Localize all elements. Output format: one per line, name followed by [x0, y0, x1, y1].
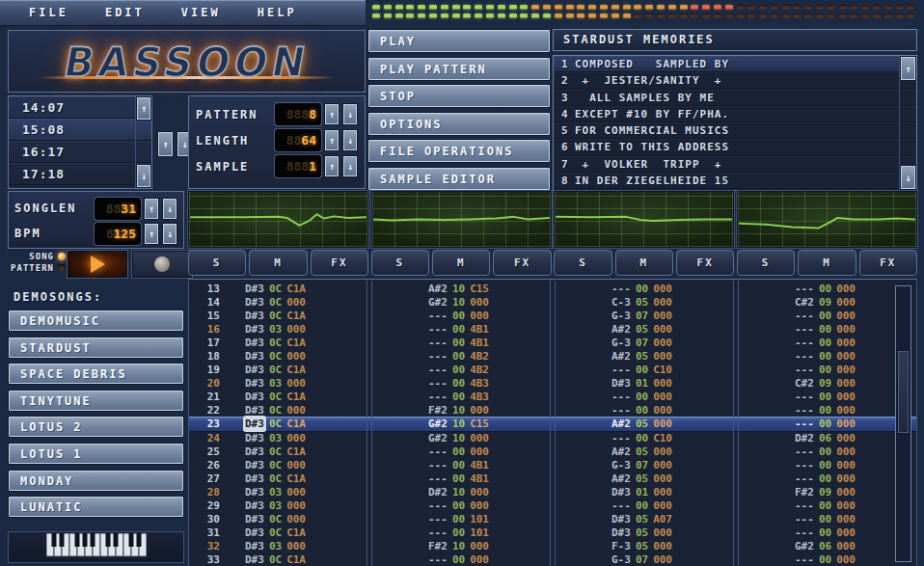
channel-3-fx-button[interactable]: FX	[676, 250, 734, 276]
pattern-row[interactable]: ---00000	[739, 391, 916, 404]
pattern-row[interactable]: ---004B1	[372, 459, 550, 472]
pattern-row[interactable]: ---00000	[739, 310, 916, 323]
channel-2-s-button[interactable]: S	[371, 250, 429, 276]
demosong-lunatic-button[interactable]: LUNATIC	[8, 496, 184, 518]
pattern-row[interactable]: 33D#30CC1A	[189, 553, 367, 566]
pattern-row[interactable]: 16D#303000	[189, 323, 367, 337]
times-scroll-up-button[interactable]: ↑	[136, 96, 151, 121]
channel-1-fx-button[interactable]: FX	[311, 250, 368, 276]
piano-keyboard[interactable]	[46, 533, 147, 562]
pattern-row[interactable]: G#210000	[372, 432, 550, 445]
pattern-row[interactable]: D#301000	[556, 486, 733, 499]
pattern-row[interactable]: 14D#30C000	[189, 296, 367, 310]
pattern-row[interactable]: C#209000	[739, 377, 916, 391]
pattern-row[interactable]: ---00000	[739, 283, 916, 296]
times-scroll-down-button[interactable]: ↓	[136, 164, 151, 188]
channel-2-fx-button[interactable]: FX	[493, 250, 551, 276]
pattern-row[interactable]: ---00000	[739, 337, 916, 350]
channel-1-s-button[interactable]: S	[188, 250, 246, 276]
stop-button[interactable]: STOP	[367, 84, 551, 108]
length-down-button[interactable]: ↓	[342, 129, 358, 151]
pattern-row[interactable]: 20D#303000	[189, 377, 367, 391]
channel-3-s-button[interactable]: S	[554, 250, 611, 276]
info-scroll-up-button[interactable]: ↑	[900, 56, 916, 81]
pattern-row[interactable]: ---004B2	[372, 364, 550, 377]
pattern-row[interactable]: G-307000	[556, 310, 733, 323]
pattern-row[interactable]: ---004B1	[372, 337, 550, 350]
options-button[interactable]: OPTIONS	[367, 112, 551, 136]
bpm-down-button[interactable]: ↓	[162, 223, 177, 245]
info-line[interactable]: 7 + VOLKER TRIPP +	[554, 156, 916, 173]
pattern-down-button[interactable]: ↓	[342, 103, 358, 125]
pattern-row[interactable]: ---00101	[372, 513, 550, 526]
pattern-row[interactable]: 23D#30CC1A	[189, 418, 367, 431]
times-scrollbar[interactable]: ↑ ↓	[135, 96, 151, 188]
pattern-row[interactable]: 28D#303000	[189, 486, 367, 499]
info-line[interactable]: 4EXCEPT #10 BY FF/PHA.	[554, 106, 916, 122]
demosong-demomusic-button[interactable]: DEMOMUSIC	[8, 310, 184, 332]
pattern-row[interactable]: ---00000	[372, 445, 550, 459]
pattern-scrollbar[interactable]	[895, 285, 911, 562]
pattern-row[interactable]: 18D#30C000	[189, 350, 367, 364]
pattern-row[interactable]: ---00000	[556, 283, 733, 296]
info-scroll-down-button[interactable]: ↓	[900, 165, 916, 190]
pattern-row[interactable]: ---004B3	[372, 391, 550, 404]
pattern-row[interactable]: ---00000	[739, 513, 916, 526]
pattern-up-button[interactable]: ↑	[324, 103, 340, 125]
pattern-row[interactable]: ---00C10	[556, 364, 733, 377]
time-list-item[interactable]: 14:07	[9, 96, 151, 119]
pattern-row[interactable]: ---00000	[372, 310, 550, 323]
pattern-row[interactable]: A#205000	[556, 418, 733, 431]
pattern-row[interactable]: ---00000	[556, 404, 733, 418]
bpm-up-button[interactable]: ↑	[144, 223, 159, 245]
channel-4-fx-button[interactable]: FX	[859, 250, 917, 276]
songlen-down-button[interactable]: ↓	[162, 198, 177, 220]
pattern-row[interactable]: ---004B1	[372, 472, 550, 486]
sample-editor-button[interactable]: SAMPLE EDITOR	[367, 167, 551, 191]
pattern-row[interactable]: ---00000	[739, 418, 916, 431]
file-operations-button[interactable]: FILE OPERATIONS	[367, 139, 551, 163]
menu-item-edit[interactable]: EDIT	[105, 6, 145, 19]
channel-1-m-button[interactable]: M	[249, 250, 307, 276]
channel-2-m-button[interactable]: M	[432, 250, 490, 276]
pattern-row[interactable]: 22D#30C000	[189, 404, 367, 418]
pattern-row[interactable]: C-305000	[556, 296, 733, 310]
pattern-row[interactable]: ---00000	[556, 499, 733, 513]
menu-item-help[interactable]: HELP	[258, 6, 297, 19]
pattern-row[interactable]: 15D#30CC1A	[189, 310, 367, 323]
pattern-row[interactable]: G#210000	[372, 296, 550, 310]
channel-4-s-button[interactable]: S	[737, 250, 795, 276]
pattern-row[interactable]: G#206000	[739, 540, 916, 553]
pattern-row[interactable]: G-307000	[556, 459, 733, 472]
pattern-row[interactable]: ---00000	[739, 323, 916, 337]
pattern-row[interactable]: 27D#30CC1A	[189, 472, 367, 486]
pattern-row[interactable]: 25D#30CC1A	[189, 445, 367, 459]
demosong-lotus-1-button[interactable]: LOTUS 1	[8, 443, 184, 465]
info-line[interactable]: 1COMPOSED SAMPLED BY	[554, 56, 916, 72]
length-up-button[interactable]: ↑	[324, 129, 340, 151]
pattern-row[interactable]: D#210000	[372, 486, 550, 499]
pattern-row[interactable]: D#301000	[556, 377, 733, 391]
pattern-row[interactable]: 13D#30CC1A	[189, 283, 367, 296]
info-line[interactable]: 2 + JESTER/SANITY +	[554, 72, 916, 89]
info-line[interactable]: 5FOR COMMERCIAL MUSICS	[554, 122, 916, 139]
pattern-row[interactable]: A#205000	[556, 350, 733, 364]
pattern-row[interactable]: ---00000	[739, 459, 916, 472]
pattern-row[interactable]: 32D#303000	[189, 540, 367, 553]
channel-4-m-button[interactable]: M	[798, 250, 856, 276]
play-button[interactable]: PLAY	[367, 29, 551, 53]
pattern-row[interactable]: ---00000	[739, 445, 916, 459]
demosong-lotus-2-button[interactable]: LOTUS 2	[8, 416, 184, 438]
pattern-row[interactable]: ---00101	[372, 526, 550, 540]
time-list-item[interactable]: 17:18	[9, 163, 151, 185]
pattern-row[interactable]: ---00000	[739, 350, 916, 364]
pattern-row[interactable]: 29D#303000	[189, 499, 367, 513]
pattern-row[interactable]: ---00000	[739, 404, 916, 418]
songlen-up-button[interactable]: ↑	[144, 198, 159, 220]
pattern-row[interactable]: ---00C10	[556, 432, 733, 445]
pattern-row[interactable]: ---00000	[739, 553, 916, 566]
pattern-row[interactable]: D#305A07	[556, 513, 733, 526]
pattern-row[interactable]: 24D#303000	[189, 432, 367, 445]
info-line[interactable]: 6WRITE TO THIS ADDRESS	[554, 139, 916, 155]
pattern-row[interactable]: G-307000	[556, 337, 733, 350]
